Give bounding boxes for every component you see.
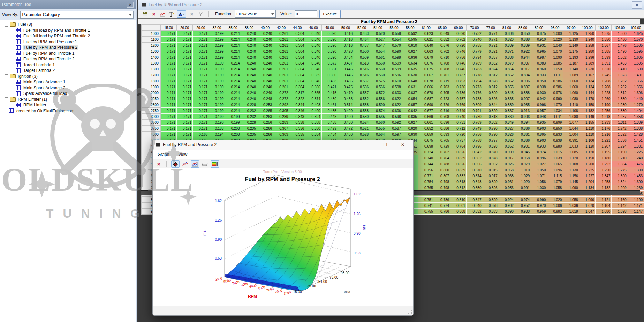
grid-cell[interactable]: 1.058	[547, 185, 563, 191]
grid-cell[interactable]: 0.283	[273, 120, 289, 126]
grid-cell[interactable]: 0.839	[450, 155, 467, 161]
grid-cell[interactable]: 0.889	[515, 43, 531, 48]
grid-cell[interactable]: 0.304	[289, 37, 305, 43]
grid-cell[interactable]: 0.839	[450, 167, 467, 173]
grid-cell[interactable]: 0.677	[418, 108, 434, 114]
grid-cell[interactable]: 0.866	[515, 137, 531, 143]
grid-cell[interactable]: 1.311	[612, 120, 628, 126]
grid-cell[interactable]: 0.909	[499, 149, 515, 155]
grid-cell[interactable]: 0.596	[386, 72, 402, 78]
grid-cell[interactable]: 0.933	[547, 132, 563, 137]
grid-cell[interactable]: 0.902	[499, 203, 515, 209]
grid-cell[interactable]: 0.840	[467, 203, 483, 209]
grid-cell[interactable]: 1.240	[579, 37, 595, 43]
grid-cell[interactable]: 0.771	[483, 31, 499, 37]
grid-cell[interactable]: 1.493	[612, 60, 628, 66]
grid-cell[interactable]: 0.560	[370, 120, 386, 126]
grid-cell[interactable]: 0.240	[241, 37, 257, 43]
grid-cell[interactable]: 0.708	[434, 114, 450, 120]
grid-cell[interactable]: 0.590	[386, 48, 402, 54]
grid-cell[interactable]: 0.888	[515, 90, 531, 96]
grid-cell[interactable]: 0.670	[418, 90, 434, 96]
grid-cell[interactable]: 1.006	[547, 203, 563, 209]
grid-cell[interactable]: 1.391	[595, 60, 611, 66]
grid-cell[interactable]: 0.622	[386, 102, 402, 108]
grid-cell[interactable]: 1.170	[579, 96, 595, 102]
grid-cell[interactable]: 0.894	[515, 72, 531, 78]
view-by-select[interactable]: Parameter Category	[20, 11, 134, 19]
grid-cell[interactable]: 0.746	[450, 66, 467, 72]
grid-cell[interactable]: 0.171	[193, 90, 209, 96]
grid-cell[interactable]: 0.199	[225, 120, 241, 126]
grid-cell[interactable]: 0.852	[499, 72, 515, 78]
column-header[interactable]: 50.00	[338, 25, 354, 31]
grid-cell[interactable]: 0.171	[176, 96, 192, 102]
grid-cell[interactable]: 1.020	[515, 179, 531, 185]
grid-cell[interactable]: 0.472	[338, 126, 354, 132]
grid-cell[interactable]: 0.261	[273, 31, 289, 37]
grid-cell[interactable]: 0.552	[354, 96, 370, 102]
grid-cell[interactable]: 0.445	[338, 72, 354, 78]
grid-cell[interactable]: 0.265	[257, 108, 273, 114]
grid-cell[interactable]: 0.461	[321, 102, 338, 108]
grid-cell[interactable]: 0.800	[434, 167, 450, 173]
grid-cell[interactable]: 0.199	[209, 108, 225, 114]
grid-cell[interactable]: 0.171	[193, 84, 209, 90]
grid-cell[interactable]: 0.864	[499, 66, 515, 72]
grid-cell[interactable]: 0.232	[241, 108, 257, 114]
grid-cell[interactable]: 0.171	[160, 126, 176, 132]
column-header[interactable]: 40.00	[257, 25, 273, 31]
grid-cell[interactable]: 0.621	[418, 37, 434, 43]
grid-cell[interactable]: 0.771	[483, 37, 499, 43]
grid-cell[interactable]: 1.356	[628, 114, 644, 120]
value-input[interactable]: 0	[295, 10, 317, 17]
grid-cell[interactable]: 0.987	[531, 54, 547, 60]
grid-cell[interactable]: 0.906	[515, 114, 531, 120]
grid-cell[interactable]: 1.180	[595, 155, 611, 161]
grid-cell[interactable]: 0.798	[434, 179, 450, 185]
grid-cell[interactable]: 0.199	[209, 102, 225, 108]
grid-cell[interactable]: 0.832	[483, 60, 499, 66]
grid-cell[interactable]: 0.948	[531, 114, 547, 120]
grid-cell[interactable]: 0.520	[370, 31, 386, 37]
grid-cell[interactable]: 0.762	[434, 149, 450, 155]
grid-cell[interactable]: 0.537	[354, 90, 370, 96]
grid-cell[interactable]: 0.913	[515, 108, 531, 114]
grid-cell[interactable]: 1.240	[628, 155, 644, 161]
grid-cell[interactable]: 0.737	[450, 137, 467, 143]
column-header[interactable]: 81.00	[499, 25, 515, 31]
grid-cell[interactable]: 0.240	[241, 54, 257, 60]
grid-cell[interactable]: 0.794	[467, 78, 483, 84]
grid-cell[interactable]: 1.145	[563, 179, 579, 185]
grid-cell[interactable]: 1.221	[595, 137, 611, 143]
grid-cell[interactable]: 1.390	[612, 173, 628, 179]
plane-icon[interactable]	[202, 161, 208, 167]
delete-x-icon[interactable]: ✕	[151, 11, 157, 17]
grid-cell[interactable]: 1.260	[595, 96, 611, 102]
grid-cell[interactable]: 0.895	[531, 132, 547, 137]
grid-cell[interactable]: 0.970	[531, 203, 547, 209]
column-header[interactable]: 109.00	[628, 25, 644, 31]
grid-cell[interactable]: 0.740	[450, 114, 467, 120]
grid-cell[interactable]: 0.240	[257, 48, 273, 54]
grid-cell[interactable]: 0.774	[434, 203, 450, 209]
grid-cell[interactable]: 1.250	[595, 167, 611, 173]
grid-cell[interactable]: 1.098	[612, 209, 628, 215]
grid-cell[interactable]: 0.755	[418, 209, 434, 215]
tree-item[interactable]: Target Lambda 2	[0, 68, 136, 74]
grid-cell[interactable]: 0.903	[531, 137, 547, 143]
grid-cell[interactable]: 0.637	[402, 90, 418, 96]
grid-cell[interactable]: 0.807	[434, 173, 450, 179]
grid-cell[interactable]: 1.040	[547, 43, 563, 48]
row-header[interactable]: 1600	[142, 66, 161, 72]
grid-cell[interactable]: 0.199	[209, 48, 225, 54]
grid-cell[interactable]: 0.866	[515, 126, 531, 132]
grid-cell[interactable]: 0.598	[386, 114, 402, 120]
clear-x-icon[interactable]: ✕	[189, 11, 195, 17]
grid-cell[interactable]: 0.199	[209, 66, 225, 72]
grid-cell[interactable]: 0.381	[321, 66, 338, 72]
grid-cell[interactable]: 1.476	[612, 43, 628, 48]
grid-cell[interactable]: 1.451	[628, 137, 644, 143]
grid-cell[interactable]: 0.753	[450, 78, 467, 84]
save-icon[interactable]	[142, 11, 148, 17]
